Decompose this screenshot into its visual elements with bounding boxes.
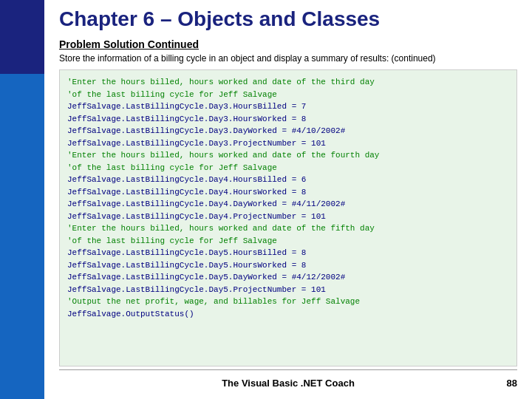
sidebar-top xyxy=(0,0,44,74)
code-line: 'Enter the hours billed, hours worked an… xyxy=(67,76,509,89)
page-number: 88 xyxy=(507,378,517,389)
sidebar-mid xyxy=(0,74,44,399)
code-line: JeffSalvage.LastBillingCycle.Day3.Projec… xyxy=(67,137,509,150)
code-line: JeffSalvage.LastBillingCycle.Day5.DayWor… xyxy=(67,271,509,284)
code-line: JeffSalvage.LastBillingCycle.Day4.Projec… xyxy=(67,211,509,223)
code-block: 'Enter the hours billed, hours worked an… xyxy=(59,69,517,366)
code-line: 'Enter the hours billed, hours worked an… xyxy=(67,149,509,162)
code-line: JeffSalvage.OutputStatus() xyxy=(67,308,509,321)
code-line: JeffSalvage.LastBillingCycle.Day3.HoursW… xyxy=(67,113,509,126)
divider xyxy=(59,369,517,370)
code-line: 'of the last billing cycle for Jeff Salv… xyxy=(67,89,509,101)
code-line: JeffSalvage.LastBillingCycle.Day5.Projec… xyxy=(67,284,509,296)
section-title: Problem Solution Continued xyxy=(59,38,517,50)
code-line: JeffSalvage.LastBillingCycle.Day4.HoursB… xyxy=(67,174,509,186)
code-line: 'of the last billing cycle for Jeff Salv… xyxy=(67,162,509,174)
code-line: JeffSalvage.LastBillingCycle.Day5.HoursB… xyxy=(67,247,509,259)
page-title: Chapter 6 – Objects and Classes xyxy=(59,7,517,31)
sidebar xyxy=(0,0,44,399)
code-line: JeffSalvage.LastBillingCycle.Day3.DayWor… xyxy=(67,125,509,137)
code-line: JeffSalvage.LastBillingCycle.Day3.HoursB… xyxy=(67,100,509,113)
footer: The Visual Basic .NET Coach 88 xyxy=(59,373,517,392)
code-line: 'of the last billing cycle for Jeff Salv… xyxy=(67,235,509,248)
code-line: JeffSalvage.LastBillingCycle.Day4.DayWor… xyxy=(67,198,509,211)
code-line: 'Enter the hours billed, hours worked an… xyxy=(67,222,509,235)
footer-label: The Visual Basic .NET Coach xyxy=(222,378,355,389)
main-content: Chapter 6 – Objects and Classes Problem … xyxy=(44,0,532,399)
code-line: JeffSalvage.LastBillingCycle.Day4.HoursW… xyxy=(67,186,509,199)
code-line: 'Output the net profit, wage, and billab… xyxy=(67,296,509,308)
subtitle: Store the information of a billing cycle… xyxy=(59,53,517,64)
code-line: JeffSalvage.LastBillingCycle.Day5.HoursW… xyxy=(67,259,509,272)
